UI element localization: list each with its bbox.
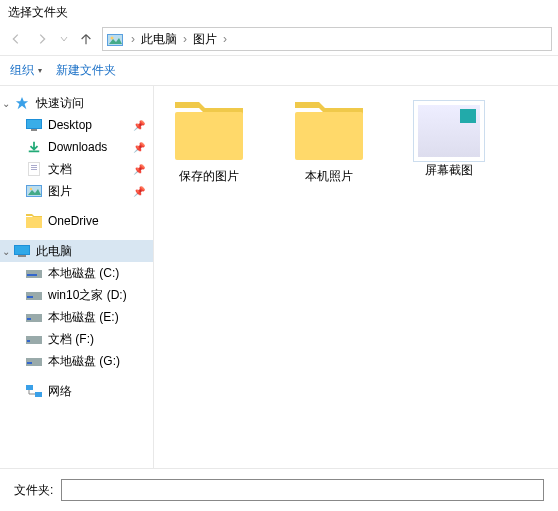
chevron-down-icon: ⌄ [0, 246, 12, 257]
pictures-library-icon [107, 31, 123, 47]
pictures-icon [26, 183, 42, 199]
pin-icon: 📌 [133, 142, 145, 153]
sidebar-item-label: Downloads [48, 140, 107, 154]
organize-button[interactable]: 组织 ▾ [10, 62, 42, 79]
sidebar-drive-c[interactable]: 本地磁盘 (C:) [0, 262, 153, 284]
sidebar-drive-d[interactable]: win10之家 (D:) [0, 284, 153, 306]
sidebar-item-label: 文档 (F:) [48, 331, 94, 348]
folder-label: 保存的图片 [179, 168, 239, 185]
network-icon [26, 383, 42, 399]
sidebar-network[interactable]: 网络 [0, 380, 153, 402]
chevron-right-icon: › [219, 32, 231, 46]
recent-dropdown-icon[interactable] [58, 29, 70, 49]
drive-icon [26, 331, 42, 347]
content-area[interactable]: 保存的图片本机照片屏幕截图 [154, 86, 558, 468]
svg-rect-9 [31, 165, 37, 166]
up-button[interactable] [76, 29, 96, 49]
sidebar-item-label: 快速访问 [36, 95, 84, 112]
footer: 文件夹: [0, 468, 558, 511]
pin-icon: 📌 [133, 164, 145, 175]
folder-item[interactable]: 屏幕截图 [404, 100, 494, 179]
forward-button[interactable] [32, 29, 52, 49]
sidebar-drive-e[interactable]: 本地磁盘 (E:) [0, 306, 153, 328]
svg-rect-22 [27, 296, 33, 298]
folder-field-label: 文件夹: [14, 482, 53, 499]
folder-item[interactable]: 本机照片 [284, 100, 374, 185]
svg-rect-31 [175, 112, 243, 160]
drive-icon [26, 265, 42, 281]
nav-bar: › 此电脑 › 图片 › [0, 23, 558, 56]
svg-rect-30 [35, 392, 42, 397]
onedrive-icon [26, 213, 42, 229]
sidebar: ⌄ 快速访问 Desktop 📌 Downloads 📌 [0, 86, 154, 468]
sidebar-item-label: 此电脑 [36, 243, 72, 260]
sidebar-item-downloads[interactable]: Downloads 📌 [0, 136, 153, 158]
sidebar-item-label: Desktop [48, 118, 92, 132]
svg-rect-6 [29, 151, 40, 153]
documents-icon [26, 161, 42, 177]
svg-rect-28 [27, 362, 32, 364]
svg-rect-17 [15, 246, 29, 254]
svg-rect-24 [27, 318, 31, 320]
svg-rect-10 [31, 167, 37, 168]
pin-icon: 📌 [133, 186, 145, 197]
sidebar-item-label: win10之家 (D:) [48, 287, 127, 304]
pin-icon: 📌 [133, 120, 145, 131]
chevron-right-icon: › [179, 32, 191, 46]
drive-icon [26, 287, 42, 303]
folder-label: 屏幕截图 [425, 162, 473, 179]
folder-name-input[interactable] [61, 479, 544, 501]
drive-icon [26, 309, 42, 325]
sidebar-item-label: 文档 [48, 161, 72, 178]
folder-item[interactable]: 保存的图片 [164, 100, 254, 185]
breadcrumb[interactable]: › 此电脑 › 图片 › [102, 27, 552, 51]
new-folder-button[interactable]: 新建文件夹 [56, 62, 116, 79]
sidebar-item-label: 本地磁盘 (G:) [48, 353, 120, 370]
sidebar-drive-g[interactable]: 本地磁盘 (G:) [0, 350, 153, 372]
sidebar-this-pc[interactable]: ⌄ 此电脑 [0, 240, 153, 262]
window-title: 选择文件夹 [0, 0, 558, 23]
breadcrumb-pictures[interactable]: 图片 [191, 31, 219, 48]
svg-rect-29 [26, 385, 33, 390]
folder-icon [293, 100, 365, 162]
folder-icon [173, 100, 245, 162]
new-folder-label: 新建文件夹 [56, 62, 116, 79]
svg-rect-5 [31, 129, 37, 131]
breadcrumb-pc[interactable]: 此电脑 [139, 31, 179, 48]
organize-label: 组织 [10, 62, 34, 79]
chevron-down-icon: ▾ [38, 66, 42, 75]
drive-icon [26, 353, 42, 369]
sidebar-item-label: 本地磁盘 (C:) [48, 265, 119, 282]
svg-point-2 [111, 37, 114, 40]
svg-rect-32 [295, 112, 363, 160]
sidebar-item-label: 本地磁盘 (E:) [48, 309, 119, 326]
svg-rect-20 [27, 274, 37, 276]
sidebar-quick-access[interactable]: ⌄ 快速访问 [0, 92, 153, 114]
svg-rect-15 [26, 217, 42, 228]
this-pc-icon [14, 243, 30, 259]
sidebar-item-pictures[interactable]: 图片 📌 [0, 180, 153, 202]
sidebar-item-desktop[interactable]: Desktop 📌 [0, 114, 153, 136]
svg-rect-26 [27, 340, 30, 342]
downloads-icon [26, 139, 42, 155]
sidebar-item-documents[interactable]: 文档 📌 [0, 158, 153, 180]
sidebar-item-label: 网络 [48, 383, 72, 400]
chevron-down-icon: ⌄ [0, 98, 12, 109]
quick-access-icon [14, 95, 30, 111]
svg-point-14 [30, 188, 32, 190]
back-button[interactable] [6, 29, 26, 49]
sidebar-drive-f[interactable]: 文档 (F:) [0, 328, 153, 350]
svg-rect-11 [31, 169, 37, 170]
folder-thumbnail-icon [413, 100, 485, 162]
sidebar-onedrive[interactable]: OneDrive [0, 210, 153, 232]
svg-rect-18 [18, 255, 26, 257]
sidebar-item-label: 图片 [48, 183, 72, 200]
desktop-icon [26, 117, 42, 133]
toolbar: 组织 ▾ 新建文件夹 [0, 56, 558, 86]
svg-rect-4 [27, 120, 41, 128]
chevron-right-icon: › [127, 32, 139, 46]
sidebar-item-label: OneDrive [48, 214, 99, 228]
folder-label: 本机照片 [305, 168, 353, 185]
